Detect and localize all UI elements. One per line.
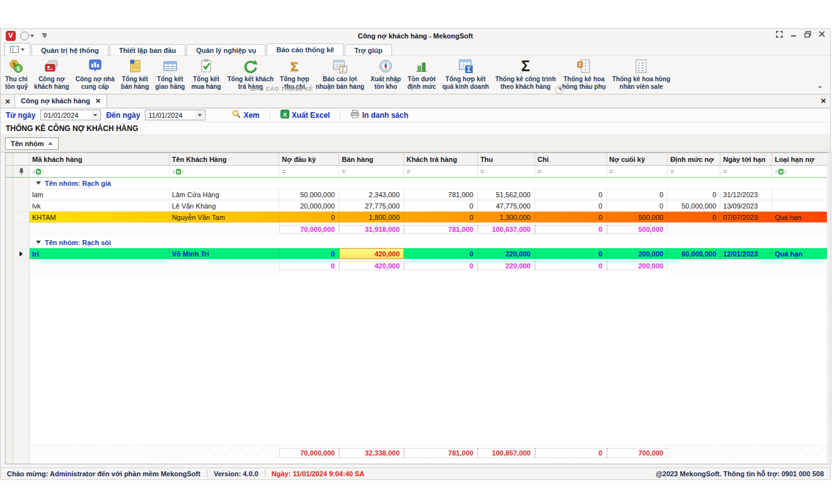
- close-icon[interactable]: [819, 31, 825, 38]
- ribbon-tab-quản-trị-hệ-thống[interactable]: Quản trị hệ thống: [32, 44, 108, 56]
- cell-thu[interactable]: 51,562,000: [478, 189, 535, 200]
- cell-thu[interactable]: 220,000: [478, 248, 535, 259]
- column-header-ngay_toi_han[interactable]: Ngày tới hạn: [720, 153, 772, 165]
- ribbon-item-sale-commission[interactable]: Thống kê hoa hồngnhân viên sale: [609, 57, 673, 90]
- print-list-button[interactable]: In danh sách: [345, 110, 413, 120]
- fullscreen-icon[interactable]: [776, 31, 783, 38]
- group-row[interactable]: Tên nhóm: Rạch sỏi: [6, 237, 831, 248]
- filter-cell-ma[interactable]: abc: [30, 166, 170, 177]
- cell-ngay_toi_han[interactable]: 13/09/2023: [720, 200, 772, 211]
- filter-cell-loai_han_no[interactable]: abc: [772, 166, 831, 177]
- filter-cell-dinh_muc_no[interactable]: =: [667, 166, 720, 177]
- cell-no_dau_ky[interactable]: 0: [279, 212, 339, 222]
- ribbon-tab-thiết-lập-ban-đầu[interactable]: Thiết lập ban đầu: [110, 44, 185, 56]
- collapse-icon[interactable]: [36, 181, 41, 185]
- cell-ten[interactable]: Lê Văn Kháng: [170, 200, 280, 211]
- view-button[interactable]: Xem: [227, 110, 264, 120]
- minimize-icon[interactable]: [790, 31, 797, 38]
- cell-chi[interactable]: 0: [535, 200, 607, 211]
- cell-no_cuoi_ky[interactable]: 200,000: [607, 248, 668, 259]
- ribbon-item-subcontractor-commission[interactable]: ΣThống kê hoahồng thầu phụ: [559, 57, 609, 90]
- cell-khach_tra_hang[interactable]: 0: [404, 248, 478, 259]
- cell-loai_han_no[interactable]: Quá hạn: [772, 248, 831, 259]
- export-excel-button[interactable]: X Xuất Excel: [275, 110, 335, 120]
- cell-khach_tra_hang[interactable]: 0: [404, 212, 478, 222]
- column-header-chi[interactable]: Chi: [535, 153, 607, 165]
- group-header[interactable]: Tên nhóm: Rạch sỏi: [30, 237, 831, 248]
- from-date-input[interactable]: 01/01/2024: [40, 110, 101, 120]
- to-date-input[interactable]: 11/01/2024: [145, 110, 205, 120]
- filter-cell-ngay_toi_han[interactable]: =: [720, 166, 772, 177]
- cell-chi[interactable]: 0: [535, 189, 607, 200]
- cell-chi[interactable]: 0: [535, 212, 607, 222]
- column-header-no_cuoi_ky[interactable]: Nợ cuối kỳ: [607, 153, 668, 165]
- column-header-ban_hang[interactable]: Bán hàng: [339, 153, 404, 165]
- close-all-tabs-icon[interactable]: ✕: [1, 95, 14, 108]
- cell-no_dau_ky[interactable]: 20,000,000: [279, 200, 339, 211]
- cell-ngay_toi_han[interactable]: 07/07/2023: [720, 212, 772, 222]
- filter-cell-khach_tra_hang[interactable]: =: [404, 166, 478, 177]
- filter-cell-no_cuoi_ky[interactable]: =: [607, 166, 668, 177]
- cell-ten[interactable]: Lâm Cửa Hàng: [170, 189, 280, 200]
- column-header-ten[interactable]: Tên Khách Hàng: [170, 153, 280, 165]
- tab-cong-no-khach-hang[interactable]: Công nợ khách hàng ✕: [14, 94, 107, 108]
- group-by-button[interactable]: Tên nhóm: [5, 137, 59, 150]
- cell-ten[interactable]: Võ Minh Trí: [170, 248, 280, 259]
- filter-cell-thu[interactable]: =: [478, 166, 535, 177]
- cell-loai_han_no[interactable]: Quá hạn: [772, 212, 831, 222]
- collapse-icon[interactable]: [36, 241, 41, 244]
- cell-ban_hang[interactable]: 1,800,000: [339, 212, 404, 222]
- ribbon-tab-báo-cáo-thống-kê[interactable]: Báo cáo thống kê: [267, 43, 344, 56]
- table-row[interactable]: lamLâm Cửa Hàng50,000,0002,343,000781,00…: [6, 189, 831, 200]
- cell-ngay_toi_han[interactable]: 12/01/2023: [720, 248, 772, 259]
- table-row[interactable]: lvkLê Văn Kháng20,000,00027,775,000047,7…: [6, 200, 831, 212]
- filter-cell-no_dau_ky[interactable]: =: [279, 166, 339, 177]
- cell-no_cuoi_ky[interactable]: 0: [607, 200, 668, 211]
- filter-cell-ban_hang[interactable]: =: [339, 166, 404, 177]
- cell-ban_hang[interactable]: 27,775,000: [339, 200, 404, 211]
- filter-row-pin-icon[interactable]: [13, 166, 30, 177]
- column-header-ma[interactable]: Mã khách hàng: [30, 153, 170, 165]
- cell-ngay_toi_han[interactable]: 31/12/2023: [720, 189, 772, 200]
- close-tab-icon[interactable]: ✕: [95, 97, 101, 105]
- cell-ten[interactable]: Nguyễn Văn Tam: [170, 212, 280, 222]
- cell-thu[interactable]: 47,775,000: [478, 200, 535, 211]
- cell-khach_tra_hang[interactable]: 0: [404, 200, 478, 211]
- column-header-dinh_muc_no[interactable]: Định mức nợ: [667, 153, 720, 165]
- table-row[interactable]: KHTAMNguyễn Văn Tam01,800,00001,300,0000…: [6, 212, 831, 223]
- cell-no_dau_ky[interactable]: 50,000,000: [279, 189, 339, 200]
- table-row[interactable]: triVõ Minh Trí0420,0000220,0000200,00060…: [6, 248, 831, 260]
- cell-dinh_muc_no[interactable]: 60,000,000: [667, 248, 720, 259]
- cell-no_cuoi_ky[interactable]: 500,000: [607, 212, 668, 222]
- group-row[interactable]: Tên nhóm: Rạch giá: [6, 178, 831, 189]
- ribbon-tab-trợ-giúp[interactable]: Trợ giúp: [345, 44, 391, 56]
- column-header-no_dau_ky[interactable]: Nợ đầu kỳ: [279, 153, 339, 165]
- ribbon-tab-quản-lý-nghiệp-vụ[interactable]: Quản lý nghiệp vụ: [187, 44, 265, 56]
- column-header-thu[interactable]: Thu: [478, 153, 535, 165]
- cell-thu[interactable]: 1,300,000: [478, 212, 535, 222]
- close-document-icon[interactable]: ✕: [821, 97, 826, 105]
- restore-icon[interactable]: [804, 31, 811, 38]
- cell-khach_tra_hang[interactable]: 781,000: [404, 189, 478, 200]
- cell-dinh_muc_no[interactable]: 0: [667, 189, 720, 200]
- cell-ma[interactable]: KHTAM: [30, 212, 170, 222]
- ribbon-collapse-icon[interactable]: ⌃: [818, 85, 823, 92]
- filter-cell-ten[interactable]: abc: [170, 166, 280, 177]
- chevron-down-icon[interactable]: [195, 111, 204, 119]
- cell-dinh_muc_no[interactable]: 0: [667, 212, 720, 222]
- ribbon-app-button[interactable]: [4, 43, 30, 56]
- cell-loai_han_no[interactable]: [772, 200, 831, 211]
- chevron-down-icon[interactable]: [91, 111, 100, 119]
- group-header[interactable]: Tên nhóm: Rạch giá: [30, 178, 831, 188]
- cell-ma[interactable]: tri: [30, 248, 170, 259]
- cell-ma[interactable]: lam: [30, 189, 170, 200]
- cell-no_dau_ky[interactable]: 0: [279, 248, 339, 259]
- cell-ma[interactable]: lvk: [30, 200, 170, 211]
- ribbon-group-launcher-icon[interactable]: ◥: [555, 86, 563, 94]
- cell-chi[interactable]: 0: [535, 248, 607, 259]
- cell-ban_hang[interactable]: 2,343,000: [339, 189, 404, 200]
- column-header-loai_han_no[interactable]: Loại hạn nợ: [772, 153, 831, 165]
- cell-loai_han_no[interactable]: [772, 189, 831, 200]
- cell-dinh_muc_no[interactable]: 50,000,000: [667, 200, 720, 211]
- cell-ban_hang[interactable]: 420,000: [339, 248, 404, 259]
